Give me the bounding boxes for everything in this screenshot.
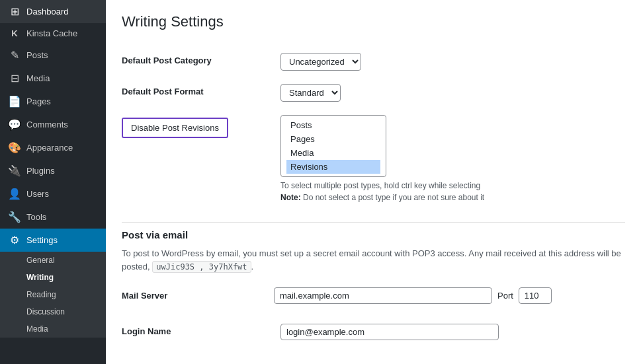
post-types-select[interactable]: Posts Pages Media Revisions xyxy=(280,115,386,177)
content-area: Writing Settings Default Post Category U… xyxy=(106,0,641,364)
mail-server-input[interactable] xyxy=(274,287,492,304)
sidebar-item-label: Dashboard xyxy=(26,7,69,17)
sidebar-item-label: Appearance xyxy=(26,143,73,153)
sidebar-item-label: Tools xyxy=(26,212,46,222)
sidebar-item-comments[interactable]: 💬 Comments xyxy=(0,113,106,136)
port-label: Port xyxy=(497,291,513,301)
disable-post-revisions-row: Disable Post Revisions Posts Pages Media… xyxy=(122,108,625,209)
sidebar-item-kinsta-cache[interactable]: K Kinsta Cache xyxy=(0,23,106,44)
disable-post-revisions-button[interactable]: Disable Post Revisions xyxy=(122,118,228,138)
tools-icon: 🔧 xyxy=(8,211,21,223)
mail-server-row: Mail Server Port xyxy=(122,281,625,310)
default-post-format-label: Default Post Format xyxy=(122,84,267,96)
sidebar-item-label: Users xyxy=(26,189,49,199)
sidebar-subitem-discussion[interactable]: Discussion xyxy=(0,303,106,320)
post-via-email-heading: Post via email xyxy=(122,222,625,240)
sidebar-item-media[interactable]: ⊟ Media xyxy=(0,67,106,90)
sidebar-item-label: Settings xyxy=(26,235,58,245)
disable-post-revisions-label: Disable Post Revisions xyxy=(122,115,267,138)
appearance-icon: 🎨 xyxy=(8,141,21,154)
post-type-media: Media xyxy=(286,146,380,160)
default-post-category-select[interactable]: Uncategorized xyxy=(280,53,361,71)
default-post-category-row: Default Post Category Uncategorized xyxy=(122,46,625,77)
sidebar-item-dashboard[interactable]: ⊞ Dashboard xyxy=(0,0,106,23)
login-name-row: Login Name xyxy=(122,317,625,347)
email-description: To post to WordPress by email, you must … xyxy=(122,247,625,273)
sidebar-item-label: Pages xyxy=(26,96,51,106)
post-types-note: Note: Do not select a post type if you a… xyxy=(280,193,625,202)
default-post-format-select[interactable]: Standard xyxy=(280,84,341,102)
sidebar-subitem-reading[interactable]: Reading xyxy=(0,286,106,303)
plugins-icon: 🔌 xyxy=(8,164,21,177)
note-body: Do not select a post type if you are not… xyxy=(301,193,485,202)
comments-icon: 💬 xyxy=(8,118,21,131)
sidebar-item-label: Plugins xyxy=(26,166,55,176)
sidebar: ⊞ Dashboard K Kinsta Cache ✎ Posts ⊟ Med… xyxy=(0,0,106,364)
users-icon: 👤 xyxy=(8,188,21,200)
sidebar-subitem-writing[interactable]: Writing xyxy=(0,269,106,286)
kinsta-icon: K xyxy=(8,28,21,38)
default-post-format-control: Standard xyxy=(280,84,625,102)
default-post-format-row: Default Post Format Standard xyxy=(122,77,625,108)
post-types-hint: To select multiple post types, hold ctrl… xyxy=(280,181,625,190)
port-input[interactable] xyxy=(519,287,552,304)
sidebar-item-label: Comments xyxy=(26,120,68,129)
disable-post-revisions-control: Posts Pages Media Revisions To select mu… xyxy=(280,115,625,202)
post-type-revisions: Revisions xyxy=(286,160,380,174)
post-type-posts: Posts xyxy=(286,118,380,132)
main-content: Writing Settings Default Post Category U… xyxy=(106,0,641,364)
mail-server-control: Port xyxy=(274,287,625,304)
sidebar-item-label: Kinsta Cache xyxy=(26,28,77,38)
login-name-label: Login Name xyxy=(122,324,267,336)
sidebar-item-users[interactable]: 👤 Users xyxy=(0,182,106,205)
posts-icon: ✎ xyxy=(8,49,21,61)
dashboard-icon: ⊞ xyxy=(8,5,21,18)
settings-submenu: General Writing Reading Discussion Media xyxy=(0,252,106,338)
login-name-input[interactable] xyxy=(280,324,499,340)
settings-icon: ⚙ xyxy=(8,234,21,246)
sidebar-item-plugins[interactable]: 🔌 Plugins xyxy=(0,159,106,182)
default-post-category-control: Uncategorized xyxy=(280,53,625,71)
sidebar-subitem-media[interactable]: Media xyxy=(0,320,106,338)
sidebar-item-posts[interactable]: ✎ Posts xyxy=(0,44,106,67)
email-secret-code: uwJic93S , 3y7hXfwt xyxy=(152,261,251,273)
page-title: Writing Settings xyxy=(122,13,625,30)
sidebar-item-pages[interactable]: 📄 Pages xyxy=(0,90,106,113)
note-prefix: Note: xyxy=(280,193,301,202)
sidebar-item-label: Media xyxy=(26,73,50,83)
sidebar-subitem-general[interactable]: General xyxy=(0,252,106,269)
sidebar-item-tools[interactable]: 🔧 Tools xyxy=(0,205,106,229)
default-post-category-label: Default Post Category xyxy=(122,53,267,65)
media-icon: ⊟ xyxy=(8,72,21,85)
pages-icon: 📄 xyxy=(8,95,21,108)
mail-server-label: Mail Server xyxy=(122,291,267,301)
login-name-control xyxy=(280,324,625,340)
sidebar-item-appearance[interactable]: 🎨 Appearance xyxy=(0,136,106,159)
post-type-pages: Pages xyxy=(286,132,380,146)
sidebar-item-label: Posts xyxy=(26,50,48,60)
sidebar-item-settings[interactable]: ⚙ Settings xyxy=(0,229,106,252)
